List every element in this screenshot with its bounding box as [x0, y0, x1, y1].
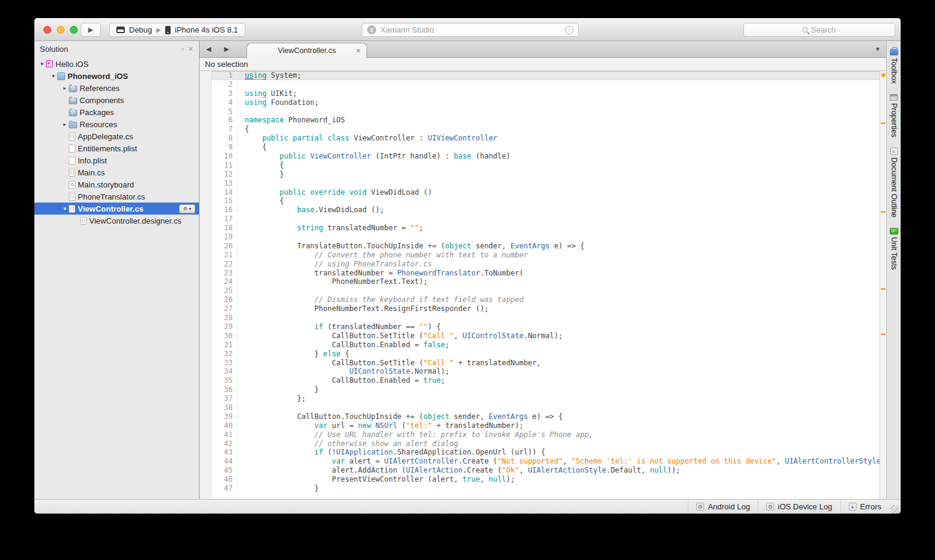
code-line[interactable]: 34 UIControlState.Normal); — [212, 367, 880, 376]
navigate-forward-icon[interactable]: ▶ — [218, 45, 236, 53]
code-line[interactable]: 44 var alert = UIAlertController.Create … — [212, 457, 880, 466]
tree-item-appdelegate-cs[interactable]: AppDelegate.cs — [34, 130, 199, 142]
dock-icon[interactable]: ▫ — [181, 45, 184, 52]
resize-grip[interactable] — [890, 505, 899, 514]
tree-item-phoneword-ios[interactable]: ▾Phoneword_iOS — [34, 70, 199, 82]
overview-task-mark[interactable] — [881, 288, 886, 290]
tree-item-label: Packages — [80, 108, 114, 117]
code-line[interactable]: 43 if (!UIApplication.SharedApplication.… — [212, 448, 880, 457]
overview-task-mark[interactable] — [881, 122, 886, 124]
code-line[interactable]: 21 // Convert the phone number with text… — [212, 251, 880, 260]
expander-icon[interactable]: ▾ — [38, 61, 46, 67]
statusbar-android-log[interactable]: Android Log — [688, 500, 758, 514]
code-line[interactable]: 40 var url = new NSUrl ("tel:" + transla… — [212, 421, 880, 430]
code-line[interactable]: 2 — [212, 80, 880, 89]
code-line[interactable]: 30 CallButton.SetTitle ("Call ", UIContr… — [212, 332, 880, 341]
tree-item-hello-ios[interactable]: ▾Hello.iOS — [34, 58, 199, 70]
code-line[interactable]: 47 } — [212, 484, 880, 493]
tree-item-packages[interactable]: Packages — [34, 106, 199, 118]
code-line[interactable]: 31 CallButton.Enabled = false; — [212, 341, 880, 350]
build-target-selector[interactable]: Debug ▶ iPhone 4s iOS 8.1 — [109, 23, 245, 37]
expander-icon[interactable]: ▸ — [61, 121, 69, 127]
update-arrow-icon[interactable]: ↑ — [565, 26, 573, 34]
dock-tab-unit-tests[interactable]: Unit Tests — [890, 228, 898, 270]
code-line[interactable]: 9 { — [212, 143, 880, 152]
code-line[interactable]: 23 translatedNumber = PhonewordTranslato… — [212, 269, 880, 278]
tab-close-icon[interactable]: ✕ — [356, 47, 361, 55]
overview-ruler-scrollbar[interactable] — [880, 71, 886, 499]
code-text: alert.AddAction (UIAlertAction.Create ("… — [245, 466, 880, 475]
navigate-back-icon[interactable]: ◀ — [200, 45, 218, 53]
code-line[interactable]: 15 { — [212, 197, 880, 206]
code-editor[interactable]: 1using System;23using UIKit;4using Found… — [200, 71, 886, 499]
code-line[interactable]: 45 alert.AddAction (UIAlertAction.Create… — [212, 466, 880, 475]
code-line[interactable]: 7{ — [212, 125, 880, 134]
run-button[interactable]: ▶ — [81, 23, 101, 37]
tree-item-phonetranslator-cs[interactable]: PhoneTranslator.cs — [34, 190, 199, 203]
statusbar-ios-device-log[interactable]: iOS Device Log — [758, 500, 840, 514]
code-line[interactable]: 1using System; — [212, 71, 880, 80]
code-line[interactable]: 5 — [212, 107, 880, 116]
code-line[interactable]: 14 public override void ViewDidLoad () — [212, 188, 880, 197]
code-line[interactable]: 38 — [212, 403, 880, 412]
code-line[interactable]: 16 base.ViewDidLoad (); — [212, 206, 880, 215]
zoom-button[interactable] — [70, 26, 78, 34]
code-line[interactable]: 32 } else { — [212, 350, 880, 359]
code-line[interactable]: 39 CallButton.TouchUpInside += (object s… — [212, 412, 880, 421]
tree-item-main-cs[interactable]: Main.cs — [34, 166, 199, 178]
tab-overflow-menu-icon[interactable]: ▼ — [875, 46, 881, 52]
code-line[interactable]: 25 — [212, 286, 880, 295]
statusbar-errors[interactable]: Errors — [840, 500, 889, 514]
breadcrumb[interactable]: No selection — [200, 58, 886, 71]
code-line[interactable]: 8 public partial class ViewController : … — [212, 134, 880, 143]
item-options-gear-button[interactable]: ⚙ ▾ — [179, 204, 195, 213]
code-line[interactable]: 10 public ViewController (IntPtr handle)… — [212, 152, 880, 161]
code-line[interactable]: 6namespace Phoneword_iOS — [212, 116, 880, 125]
code-line[interactable]: 41 // Use URL handler with tel: prefix t… — [212, 430, 880, 439]
code-line[interactable]: 28 — [212, 313, 880, 322]
tree-item-main-storyboard[interactable]: Main.storyboard — [34, 178, 199, 190]
close-button[interactable] — [43, 26, 51, 34]
tree-item-components[interactable]: Components — [34, 94, 199, 106]
code-line[interactable]: 26 // Dismiss the keyboard if text field… — [212, 295, 880, 304]
tree-item-info-plist[interactable]: Info.plist — [34, 154, 199, 166]
tree-item-entitlements-plist[interactable]: Entitlements.plist — [34, 142, 199, 154]
code-line[interactable]: 3using UIKit; — [212, 89, 880, 98]
code-line[interactable]: 29 if (translatedNumber == "") { — [212, 322, 880, 332]
expander-icon[interactable]: ▾ — [61, 206, 69, 212]
code-line[interactable]: 37 }; — [212, 394, 880, 403]
code-line[interactable]: 17 — [212, 215, 880, 224]
code-line[interactable]: 12 } — [212, 170, 880, 179]
expander-icon[interactable]: ▾ — [49, 73, 57, 79]
tab-viewcontroller-cs[interactable]: ViewController.cs ✕ — [247, 43, 367, 58]
code-line[interactable]: 36 } — [212, 385, 880, 394]
overview-task-mark[interactable] — [881, 211, 886, 213]
code-line[interactable]: 33 CallButton.SetTitle ("Call " + transl… — [212, 359, 880, 368]
dock-tab-toolbox[interactable]: Toolbox — [890, 47, 898, 84]
code-line[interactable]: 42 // otherwise show an alert dialog — [212, 439, 880, 448]
code-line[interactable]: 13 — [212, 179, 880, 188]
tree-item-resources[interactable]: ▸Resources — [34, 118, 199, 130]
code-line[interactable]: 35 CallButton.Enabled = true; — [212, 376, 880, 385]
close-pad-icon[interactable]: ✕ — [188, 45, 194, 53]
code-line[interactable]: 46 PresentViewController (alert, true, n… — [212, 475, 880, 484]
code-line[interactable]: 24 PhoneNumberText.Text); — [212, 277, 880, 286]
tree-item-references[interactable]: ▸References — [34, 82, 199, 94]
dock-tab-document-outline[interactable]: Document Outline — [890, 148, 898, 218]
code-line[interactable]: 4using Foundation; — [212, 98, 880, 107]
expander-icon[interactable]: ▸ — [61, 85, 69, 91]
code-line[interactable]: 20 TranslateButton.TouchUpInside += (obj… — [212, 242, 880, 251]
code-line[interactable]: 19 — [212, 233, 880, 242]
breakpoint-margin[interactable] — [200, 71, 212, 499]
code-line[interactable]: 27 PhoneNumberText.ResignFirstResponder … — [212, 304, 880, 313]
minimize-button[interactable] — [57, 26, 65, 34]
code-line[interactable]: 11 { — [212, 161, 880, 170]
code-line[interactable]: 18 string translatedNumber = ""; — [212, 224, 880, 233]
overview-task-mark[interactable] — [881, 333, 886, 335]
tree-item-viewcontroller-designer-cs[interactable]: ViewController.designer.cs — [34, 215, 199, 227]
search-input[interactable]: Search — [743, 23, 895, 37]
code-lines[interactable]: 1using System;23using UIKit;4using Found… — [212, 71, 886, 499]
dock-tab-properties[interactable]: Properties — [890, 94, 898, 137]
code-line[interactable]: 22 // using PhoneTranslator.cs — [212, 260, 880, 269]
tree-item-viewcontroller-cs[interactable]: ▾ViewController.cs⚙ ▾ — [34, 203, 199, 215]
